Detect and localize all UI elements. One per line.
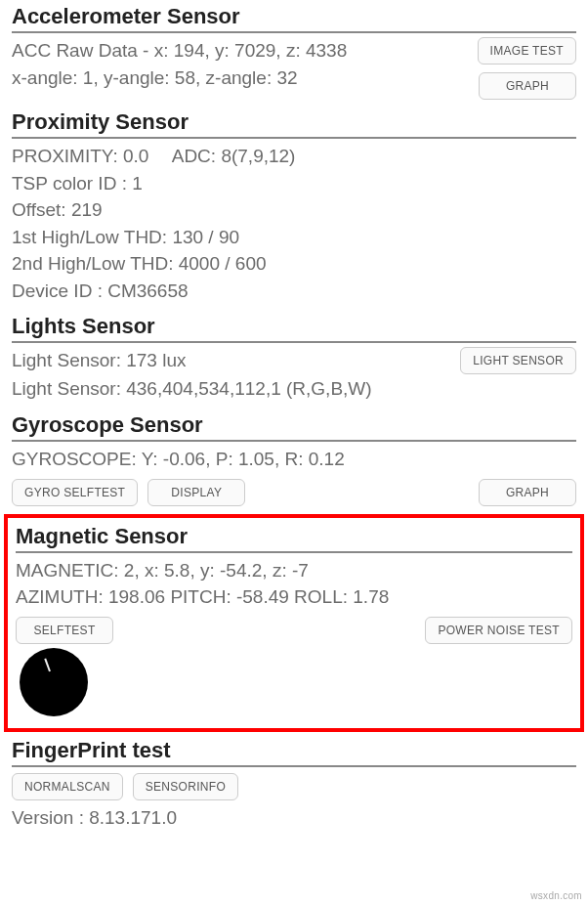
proximity-device-id: Device ID : CM36658: [12, 278, 576, 305]
compass-icon: [20, 648, 88, 716]
accelerometer-title: Accelerometer Sensor: [12, 4, 576, 33]
proximity-color-id: TSP color ID : 1: [12, 170, 576, 197]
accelerometer-body: ACC Raw Data - x: 194, y: 7029, z: 4338 …: [12, 37, 470, 91]
gyro-selftest-button[interactable]: GYRO SELFTEST: [12, 479, 138, 506]
light-rgbw: Light Sensor: 436,404,534,112,1 (R,G,B,W…: [12, 375, 452, 404]
magnetic-selftest-button[interactable]: SELFTEST: [16, 617, 113, 644]
gyro-display-button[interactable]: DISPLAY: [147, 479, 245, 506]
image-test-button[interactable]: IMAGE TEST: [478, 37, 576, 65]
proximity-thd1: 1st High/Low THD: 130 / 90: [12, 224, 576, 251]
proximity-body: PROXIMITY: 0.0 ADC: 8(7,9,12) TSP color …: [12, 143, 576, 304]
power-noise-test-button[interactable]: POWER NOISE TEST: [425, 617, 572, 644]
sensorinfo-button[interactable]: SENSORINFO: [133, 773, 238, 800]
magnetic-orientation: AZIMUTH: 198.06 PITCH: -58.49 ROLL: 1.78: [16, 583, 572, 611]
magnetic-section: Magnetic Sensor MAGNETIC: 2, x: 5.8, y: …: [16, 520, 572, 722]
proximity-value: PROXIMITY: 0.0: [12, 143, 148, 170]
proximity-section: Proximity Sensor PROXIMITY: 0.0 ADC: 8(7…: [0, 106, 588, 310]
gyroscope-values: GYROSCOPE: Y: -0.06, P: 1.05, R: 0.12: [12, 446, 576, 473]
gyro-graph-button[interactable]: GRAPH: [479, 479, 576, 506]
light-lux: Light Sensor: 173 lux: [12, 347, 452, 375]
accel-graph-button[interactable]: GRAPH: [479, 72, 576, 100]
accel-raw-data: ACC Raw Data - x: 194, y: 7029, z: 4338: [12, 37, 470, 65]
proximity-adc: ADC: 8(7,9,12): [172, 143, 296, 170]
accel-angles: x-angle: 1, y-angle: 58, z-angle: 32: [12, 65, 470, 92]
lights-section: Lights Sensor Light Sensor: 173 lux Ligh…: [0, 310, 588, 409]
lights-title: Lights Sensor: [12, 314, 576, 343]
magnetic-highlight-box: Magnetic Sensor MAGNETIC: 2, x: 5.8, y: …: [4, 514, 584, 732]
fingerprint-version: Version : 8.13.171.0: [12, 804, 576, 832]
magnetic-title: Magnetic Sensor: [16, 524, 572, 553]
light-sensor-button[interactable]: LIGHT SENSOR: [460, 347, 576, 374]
proximity-thd2: 2nd High/Low THD: 4000 / 600: [12, 250, 576, 278]
magnetic-values: MAGNETIC: 2, x: 5.8, y: -54.2, z: -7: [16, 557, 572, 584]
accelerometer-section: Accelerometer Sensor ACC Raw Data - x: 1…: [0, 0, 588, 106]
gyroscope-title: Gyroscope Sensor: [12, 412, 576, 442]
proximity-offset: Offset: 219: [12, 196, 576, 224]
normalscan-button[interactable]: NORMALSCAN: [12, 773, 123, 800]
fingerprint-title: FingerPrint test: [12, 738, 576, 767]
fingerprint-section: FingerPrint test NORMALSCAN SENSORINFO V…: [0, 734, 588, 838]
gyroscope-section: Gyroscope Sensor GYROSCOPE: Y: -0.06, P:…: [0, 409, 588, 512]
lights-body: Light Sensor: 173 lux Light Sensor: 436,…: [12, 347, 452, 403]
proximity-title: Proximity Sensor: [12, 109, 576, 139]
watermark-text: wsxdn.com: [530, 890, 582, 901]
